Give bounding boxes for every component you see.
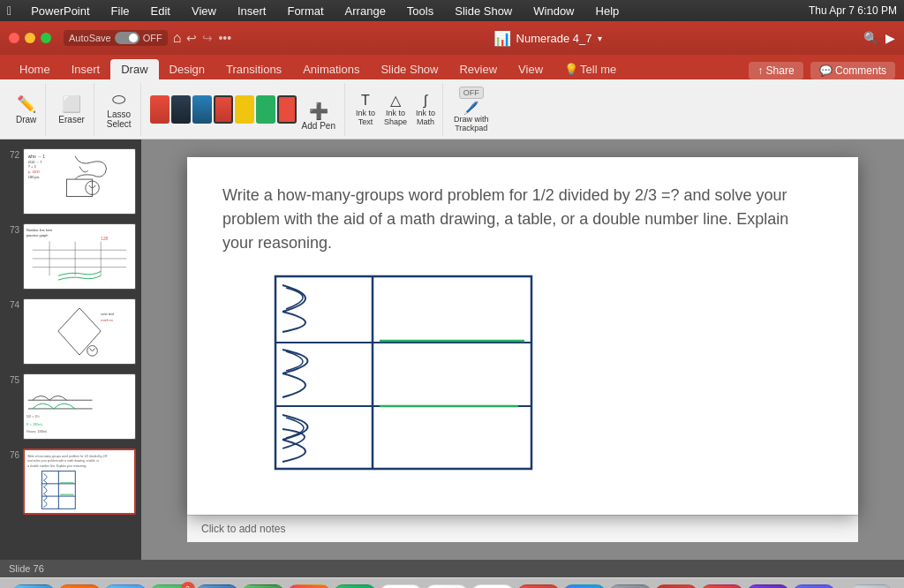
share-button[interactable]: ↑ Share bbox=[749, 62, 802, 79]
pen-selected[interactable] bbox=[214, 95, 233, 124]
home-icon[interactable]: ⌂ bbox=[173, 30, 182, 46]
slide-number-73: 73 bbox=[5, 225, 19, 235]
dock-settings[interactable]: ⚙️ bbox=[609, 584, 652, 589]
ink-to-text-button[interactable]: T Ink to Text bbox=[354, 91, 377, 128]
tab-slideshow[interactable]: Slide Show bbox=[370, 59, 448, 79]
menu-window[interactable]: Window bbox=[528, 3, 579, 19]
draw-trackpad-button[interactable]: OFF 🖊️ Draw with Trackpad bbox=[452, 85, 491, 134]
slide-thumb-75[interactable]: 75 5/2 = 2½ E = 100mL Hours: 180ml bbox=[4, 372, 138, 441]
undo-icon[interactable]: ↩ bbox=[186, 31, 197, 45]
menu-arrange[interactable]: Arrange bbox=[340, 3, 391, 19]
dock-appstore[interactable]: 🛍️ bbox=[563, 584, 606, 589]
slide-thumb-72[interactable]: 72 who → 1 2/10 → 7 ? + 3 p: 1400 180 pt… bbox=[4, 147, 138, 216]
dock-photos[interactable]: 📷 bbox=[288, 584, 330, 589]
ribbon-right-actions: ↑ Share 💬 Comments bbox=[749, 62, 895, 79]
slide-status: Slide 76 bbox=[9, 563, 44, 574]
highlighter-red[interactable] bbox=[277, 95, 297, 124]
highlighter-green[interactable] bbox=[256, 95, 275, 124]
dock-finder[interactable]: 🔍 bbox=[12, 584, 55, 589]
notes-bar[interactable]: Click to add notes bbox=[187, 515, 858, 542]
dock-powerpoint[interactable]: 📊 bbox=[655, 584, 697, 589]
ribbon-group-draw: ✏️ Draw bbox=[7, 83, 46, 136]
dock-launchpad[interactable]: ⠿ bbox=[58, 584, 101, 589]
maximize-button[interactable] bbox=[41, 33, 51, 43]
search-icon[interactable]: 🔍 bbox=[863, 31, 878, 45]
title-chevron-icon[interactable]: ▾ bbox=[598, 34, 602, 43]
highlighter-yellow[interactable] bbox=[235, 95, 254, 124]
present-icon[interactable]: ▶ bbox=[885, 31, 895, 45]
slide-thumb-74[interactable]: 74 note text math ex bbox=[4, 297, 138, 366]
eraser-button[interactable]: ⬜ Eraser bbox=[55, 93, 87, 126]
tab-home[interactable]: Home bbox=[9, 59, 61, 79]
dock-news[interactable]: 📰 bbox=[517, 584, 560, 589]
menu-format[interactable]: Format bbox=[282, 3, 328, 19]
dock-facetime[interactable]: 📹 bbox=[334, 584, 376, 589]
menu-tools[interactable]: Tools bbox=[402, 3, 439, 19]
ribbon-tabs: Home Insert Draw Design Transitions Anim… bbox=[0, 55, 904, 79]
svg-text:180 pts: 180 pts bbox=[28, 175, 40, 179]
menu-bar-right: Thu Apr 7 6:10 PM bbox=[809, 4, 897, 17]
redo-icon[interactable]: ↪ bbox=[202, 31, 213, 45]
svg-text:5/2 = 2½: 5/2 = 2½ bbox=[26, 414, 41, 418]
autosave-state: OFF bbox=[143, 33, 162, 43]
ink-to-shape-button[interactable]: △ Ink to Shape bbox=[382, 90, 409, 128]
dock-reminders[interactable]: 📝 bbox=[426, 584, 468, 589]
svg-text:who → 1: who → 1 bbox=[28, 155, 45, 159]
pen-red[interactable] bbox=[150, 95, 170, 124]
dock-messages[interactable]: 💬 2 bbox=[150, 584, 192, 589]
menu-insert[interactable]: Insert bbox=[232, 3, 272, 19]
tab-draw[interactable]: Draw bbox=[110, 59, 158, 79]
dock-trash[interactable]: 🗑️ bbox=[850, 584, 893, 589]
slide-image-73[interactable]: Number line here practice graph 128 bbox=[23, 223, 136, 290]
lasso-button[interactable]: ⬭ Lasso Select bbox=[103, 88, 135, 131]
notes-placeholder[interactable]: Click to add notes bbox=[201, 523, 285, 535]
menu-slideshow[interactable]: Slide Show bbox=[449, 3, 517, 19]
tab-tellme[interactable]: 💡 Tell me bbox=[554, 59, 627, 79]
dock-notchef[interactable]: W bbox=[747, 584, 789, 589]
slide-drawing bbox=[258, 272, 540, 475]
dock-mail[interactable]: ✉️ bbox=[196, 584, 238, 589]
tab-view[interactable]: View bbox=[508, 59, 554, 79]
comments-button[interactable]: 💬 Comments bbox=[810, 62, 895, 79]
pen-blue[interactable] bbox=[192, 95, 212, 124]
slide-thumb-76[interactable]: 76 Write a how-many-groups word problem … bbox=[4, 447, 138, 516]
apple-logo-icon[interactable]:  bbox=[7, 4, 11, 18]
menu-help[interactable]: Help bbox=[591, 3, 625, 19]
svg-text:Number line here: Number line here bbox=[26, 228, 53, 232]
close-button[interactable] bbox=[9, 33, 19, 43]
slide-question-text: Write a how-many-groups word problem for… bbox=[222, 184, 823, 255]
autosave-toggle[interactable]: AutoSave OFF bbox=[64, 30, 168, 46]
slide-image-72[interactable]: who → 1 2/10 → 7 ? + 3 p: 1400 180 pts bbox=[23, 148, 136, 215]
tab-design[interactable]: Design bbox=[159, 59, 215, 79]
slide-panel[interactable]: 72 who → 1 2/10 → 7 ? + 3 p: 1400 180 pt… bbox=[0, 139, 141, 560]
share-icon: ↑ bbox=[757, 64, 763, 77]
ink-to-math-button[interactable]: ∫ Ink to Math bbox=[414, 91, 437, 128]
slide-thumb-73[interactable]: 73 Number line here practice graph 128 bbox=[4, 222, 138, 291]
trackpad-toggle[interactable]: OFF bbox=[459, 87, 484, 99]
tab-transitions[interactable]: Transitions bbox=[215, 59, 292, 79]
dock-chrome[interactable]: 🌐 bbox=[471, 584, 514, 589]
more-icon[interactable]: ••• bbox=[218, 31, 231, 45]
dock-safari[interactable]: 🧭 bbox=[104, 584, 147, 589]
dock-arc[interactable]: 🌙 bbox=[793, 584, 835, 589]
dock-maps[interactable]: 🗺️ bbox=[242, 584, 284, 589]
svg-text:a double number line. Explain : a double number line. Explain your reaso… bbox=[27, 464, 87, 468]
slide-image-76[interactable]: Write a how-many-groups word problem for… bbox=[23, 449, 136, 515]
menu-powerpoint[interactable]: PowerPoint bbox=[26, 3, 94, 19]
add-pen-button[interactable]: ➕ Add Pen bbox=[298, 87, 339, 132]
tab-animations[interactable]: Animations bbox=[292, 59, 370, 79]
svg-marker-16 bbox=[58, 308, 101, 355]
slide-image-74[interactable]: note text math ex bbox=[23, 298, 136, 365]
tab-review[interactable]: Review bbox=[448, 59, 508, 79]
menu-file[interactable]: File bbox=[106, 3, 135, 19]
slide-image-75[interactable]: 5/2 = 2½ E = 100mL Hours: 180ml bbox=[23, 373, 136, 440]
dock-calendar[interactable]: APR 7 bbox=[380, 584, 422, 589]
minimize-button[interactable] bbox=[25, 33, 35, 43]
menu-view[interactable]: View bbox=[186, 3, 222, 19]
ribbon-group-ink: T Ink to Text △ Ink to Shape ∫ Ink to Ma… bbox=[349, 83, 443, 136]
tab-insert[interactable]: Insert bbox=[61, 59, 111, 79]
draw-tool-button[interactable]: ✏️ Draw bbox=[12, 93, 40, 126]
menu-edit[interactable]: Edit bbox=[146, 3, 176, 19]
pen-dark-blue[interactable] bbox=[171, 95, 191, 124]
dock-music[interactable]: 🎵 bbox=[701, 584, 743, 589]
